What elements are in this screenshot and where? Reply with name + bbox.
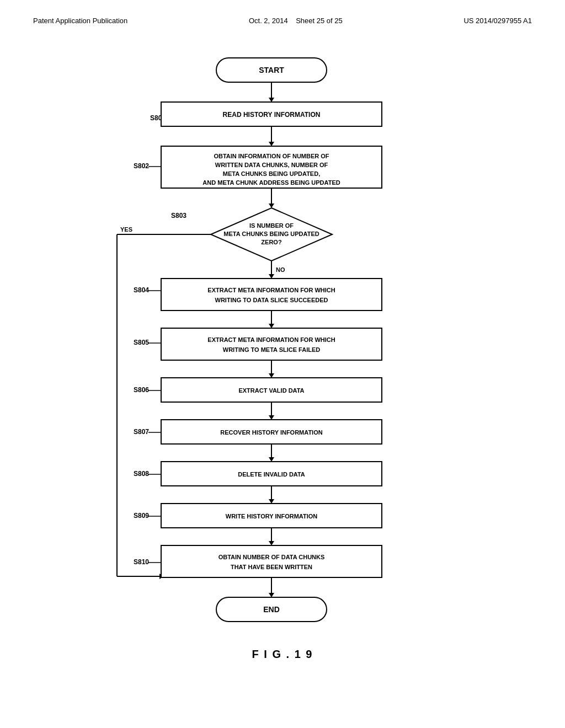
svg-text:EXTRACT META INFORMATION FOR W: EXTRACT META INFORMATION FOR WHICH [207,336,335,343]
svg-text:WRITING TO DATA SLICE SUCCEEDE: WRITING TO DATA SLICE SUCCEEDED [215,297,328,303]
svg-text:S807: S807 [134,428,149,436]
svg-rect-34 [161,279,382,311]
svg-text:THAT HAVE BEEN WRITTEN: THAT HAVE BEEN WRITTEN [231,564,312,570]
header-sheet: Sheet 25 of 25 [296,17,343,25]
svg-text:S808: S808 [134,470,149,478]
svg-text:ZERO?: ZERO? [261,239,282,245]
svg-rect-72 [161,545,382,577]
svg-text:IS NUMBER OF: IS NUMBER OF [249,222,294,229]
svg-marker-3 [269,98,274,102]
svg-text:OBTAIN INFORMATION OF NUMBER O: OBTAIN INFORMATION OF NUMBER OF [214,153,329,159]
svg-marker-25 [269,274,274,279]
svg-text:S805: S805 [134,339,149,346]
svg-text:YES: YES [120,226,132,233]
svg-text:META CHUNKS BEING UPDATED,: META CHUNKS BEING UPDATED, [223,170,320,177]
svg-text:WRITING TO META SLICE FAILED: WRITING TO META SLICE FAILED [223,346,320,353]
svg-text:EXTRACT VALID DATA: EXTRACT VALID DATA [238,387,304,394]
svg-marker-76 [269,593,274,597]
svg-marker-51 [269,415,274,420]
svg-marker-45 [269,373,274,378]
svg-text:READ HISTORY INFORMATION: READ HISTORY INFORMATION [223,111,321,119]
svg-text:S806: S806 [134,386,149,394]
header-center: Oct. 2, 2014 Sheet 25 of 25 [249,17,343,25]
svg-text:AND META CHUNK ADDRESS BEING U: AND META CHUNK ADDRESS BEING UPDATED [202,179,340,186]
svg-marker-57 [269,457,274,462]
svg-text:END: END [263,605,280,614]
header-date: Oct. 2, 2014 [249,17,288,25]
svg-text:WRITTEN DATA CHUNKS, NUMBER OF: WRITTEN DATA CHUNKS, NUMBER OF [215,162,328,168]
header-left: Patent Application Publication [33,17,127,25]
svg-text:WRITE HISTORY INFORMATION: WRITE HISTORY INFORMATION [226,513,317,520]
svg-marker-38 [269,324,274,328]
page: Patent Application Publication Oct. 2, 2… [0,0,565,728]
svg-text:NO: NO [276,266,285,273]
svg-text:S804: S804 [134,286,149,294]
flowchart-svg: START S801 READ HISTORY INFORMATION S802… [73,47,492,626]
svg-text:S810: S810 [134,558,149,566]
header: Patent Application Publication Oct. 2, 2… [33,17,532,25]
svg-marker-18 [269,204,274,208]
svg-text:META CHUNKS BEING UPDATED: META CHUNKS BEING UPDATED [223,231,319,237]
svg-marker-63 [269,499,274,504]
svg-marker-69 [269,541,274,545]
svg-text:OBTAIN NUMBER OF DATA CHUNKS: OBTAIN NUMBER OF DATA CHUNKS [218,554,325,560]
svg-text:START: START [259,66,284,74]
header-right: US 2014/0297955 A1 [463,17,532,25]
svg-text:DELETE INVALID DATA: DELETE INVALID DATA [238,471,305,478]
svg-text:EXTRACT META INFORMATION FOR W: EXTRACT META INFORMATION FOR WHICH [207,287,335,293]
svg-rect-41 [161,328,382,360]
figure-caption: F I G . 1 9 [33,648,532,661]
svg-text:S803: S803 [171,212,186,220]
svg-text:S809: S809 [134,512,149,520]
svg-marker-9 [269,142,274,146]
svg-text:S802: S802 [134,162,149,170]
svg-text:RECOVER HISTORY INFORMATION: RECOVER HISTORY INFORMATION [220,429,322,436]
